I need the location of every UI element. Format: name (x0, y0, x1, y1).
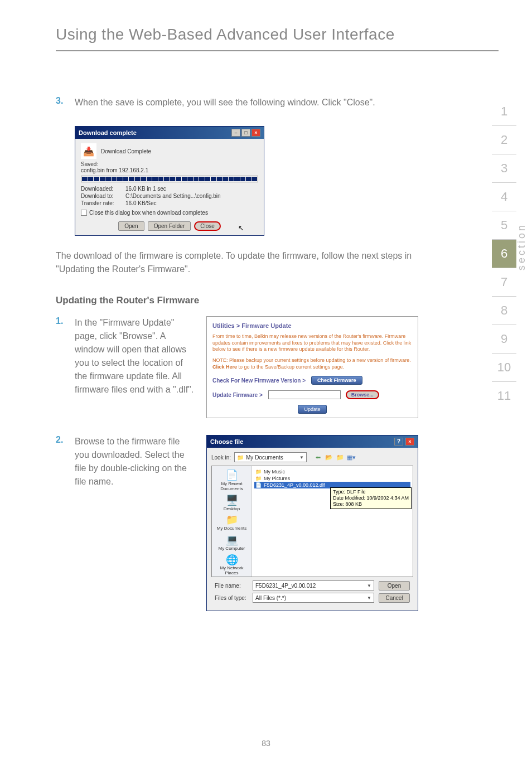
open-folder-button[interactable]: Open Folder (148, 221, 191, 231)
nav-2[interactable]: 2 (492, 126, 516, 154)
download-heading: Download Complete (101, 148, 151, 154)
nav-1[interactable]: 1 (492, 98, 516, 126)
back-icon[interactable]: ⬅ (313, 453, 322, 462)
sidebar-mycomputer[interactable]: 💻My Computer (212, 533, 252, 553)
step2-number: 2. (56, 435, 75, 488)
mid-paragraph: The download of the firmware is complete… (56, 249, 424, 276)
download-icon: 📥 (81, 143, 96, 159)
close-when-done-label: Close this dialog box when download comp… (89, 210, 208, 216)
nav-6[interactable]: 6 (492, 240, 516, 268)
minimize-icon[interactable]: – (231, 129, 240, 137)
cancel-button[interactable]: Cancel (379, 593, 410, 603)
dialog-titlebar: Download complete – □ × (75, 127, 264, 139)
nav-8[interactable]: 8 (492, 297, 516, 325)
saved-label: Saved: (81, 161, 258, 167)
open-button[interactable]: Open (118, 221, 144, 231)
lookin-label: Look in: (211, 454, 231, 461)
click-here-link[interactable]: Click Here (212, 364, 237, 370)
choose-file-title: Choose file (210, 438, 243, 445)
choose-file-titlebar: Choose file ? × (207, 435, 418, 448)
step3-text: When the save is complete, you will see … (75, 96, 387, 109)
sidebar-recent[interactable]: 📄My Recent Documents (212, 468, 252, 493)
sidebar-network[interactable]: 🌐My Network Places (212, 553, 252, 578)
page-title: Using the Web-Based Advanced User Interf… (56, 26, 499, 51)
view-menu-icon[interactable]: ▦▾ (347, 453, 356, 462)
up-folder-icon[interactable]: 📂 (325, 453, 333, 462)
cursor-icon: ↖ (238, 224, 244, 232)
close-button[interactable]: Close (194, 221, 221, 231)
choose-file-dialog: Choose file ? × Look in: 📁 My Documents … (206, 435, 418, 611)
firmware-file-input[interactable] (268, 390, 341, 399)
check-version-label: Check For New Firmware Version > (212, 377, 306, 384)
download-complete-dialog: Download complete – □ × 📥 Download Compl… (75, 126, 264, 236)
filetype-label: Files of type: (215, 595, 248, 601)
downloaded-value: 16.0 KB in 1 sec (125, 186, 166, 192)
nav-9[interactable]: 9 (492, 325, 516, 354)
help-icon[interactable]: ? (394, 438, 403, 446)
fw-text2: NOTE: Please backup your current setting… (212, 357, 412, 370)
close-icon[interactable]: × (252, 129, 260, 137)
section-nav: 1 2 3 4 5 6 7 8 9 10 11 (492, 98, 516, 410)
nav-4[interactable]: 4 (492, 183, 516, 211)
sidebar-desktop[interactable]: 🖥️Desktop (212, 493, 252, 514)
breadcrumb: Utilities > Firmware Update (212, 322, 412, 329)
lookin-dropdown[interactable]: 📁 My Documents ▼ (234, 452, 307, 462)
sidebar-mydocs[interactable]: 📁My Documents (212, 513, 252, 533)
saved-value: config.bin from 192.168.2.1 (81, 167, 258, 173)
check-firmware-button[interactable]: Check Firmware (311, 376, 362, 385)
filetype-field[interactable]: All Files (*.*)▼ (253, 593, 374, 603)
list-item[interactable]: 📁My Pictures (254, 475, 410, 482)
download-to-label: Download to: (81, 193, 125, 199)
places-sidebar: 📄My Recent Documents 🖥️Desktop 📁My Docum… (212, 466, 252, 577)
dialog-title-text: Download complete (79, 129, 137, 136)
step1-number: 1. (56, 316, 75, 396)
nav-5[interactable]: 5 (492, 211, 516, 240)
nav-3[interactable]: 3 (492, 154, 516, 183)
fw-text1: From time to time, Belkin may release ne… (212, 333, 412, 353)
file-list[interactable]: 📁My Music 📁My Pictures 📄F5D6231_4P_v0.00… (252, 466, 413, 577)
open-file-button[interactable]: Open (379, 581, 410, 590)
progress-bar (81, 176, 258, 182)
download-to-value: C:\Documents and Setting...\config.bin (125, 193, 221, 199)
step2-text: Browse to the firmware file you download… (75, 435, 195, 488)
page-number: 83 (262, 739, 270, 748)
list-item[interactable]: 📁My Music (254, 468, 410, 475)
transfer-rate-label: Transfer rate: (81, 200, 125, 206)
firmware-update-panel: Utilities > Firmware Update From time to… (206, 316, 418, 418)
step1-text: In the "Firmware Update" page, click "Br… (75, 316, 195, 396)
update-firmware-label: Update Firmware > (212, 392, 263, 398)
close-when-done-checkbox[interactable] (81, 210, 87, 216)
transfer-rate-value: 16.0 KB/Sec (125, 200, 157, 206)
filename-label: File name: (215, 583, 248, 589)
file-tooltip: Type: DLF File Date Modified: 10/9/2002 … (330, 487, 412, 509)
folder-icon: 📁 (237, 454, 244, 461)
nav-10[interactable]: 10 (492, 354, 516, 382)
nav-11[interactable]: 11 (492, 382, 516, 410)
new-folder-icon[interactable]: 📁 (336, 453, 345, 462)
nav-7[interactable]: 7 (492, 268, 516, 297)
browse-button[interactable]: Browse... (346, 391, 379, 399)
section-label: section (516, 223, 528, 270)
maximize-icon[interactable]: □ (241, 129, 250, 137)
choose-file-close-icon[interactable]: × (405, 438, 414, 446)
update-button[interactable]: Update (298, 405, 326, 414)
subheading: Updating the Router's Firmware (56, 295, 499, 306)
downloaded-label: Downloaded: (81, 186, 125, 192)
step3-number: 3. (56, 96, 75, 109)
filename-field[interactable]: F5D6231_4P_v0.00.012▼ (253, 580, 374, 590)
